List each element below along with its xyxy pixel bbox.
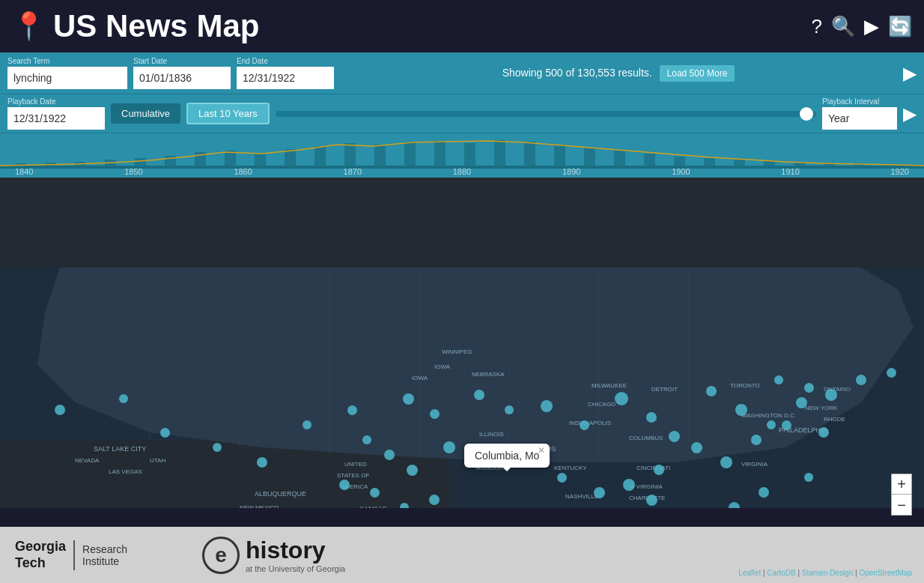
map-dot[interactable] xyxy=(774,375,783,384)
end-date-input[interactable] xyxy=(237,67,334,89)
map-dot[interactable] xyxy=(796,397,807,408)
help-icon[interactable]: ? xyxy=(812,15,822,38)
e-letter: e xyxy=(215,543,227,567)
stamen-link[interactable]: Stamen Design xyxy=(802,569,853,577)
map-dot[interactable] xyxy=(615,392,628,405)
popup-close-button[interactable]: ✕ xyxy=(538,445,545,456)
map-dot[interactable] xyxy=(400,503,409,508)
map-dot[interactable] xyxy=(735,404,747,416)
map-dot[interactable] xyxy=(119,394,128,403)
osm-link[interactable]: OpenStreetMap xyxy=(859,569,912,577)
map-dot[interactable] xyxy=(557,473,567,483)
map-dot[interactable] xyxy=(362,435,371,444)
map-dot[interactable] xyxy=(706,386,717,396)
map-dot[interactable] xyxy=(580,420,589,430)
map-dot[interactable] xyxy=(825,389,837,401)
map-dot[interactable] xyxy=(443,441,455,453)
playback-date-label: Playback Date xyxy=(7,97,105,106)
timeline-slider[interactable] xyxy=(276,111,816,117)
map-dot[interactable] xyxy=(804,383,814,393)
svg-text:UNITED: UNITED xyxy=(344,461,367,468)
cartodb-link[interactable]: CartoDB xyxy=(767,569,795,577)
map-dot[interactable] xyxy=(782,420,791,430)
map-dot[interactable] xyxy=(407,465,418,476)
gt-text-left: Georgia Tech xyxy=(15,539,66,571)
search-icon[interactable]: 🔍 xyxy=(831,15,855,38)
svg-text:RHODE: RHODE xyxy=(824,416,845,423)
map-dot[interactable] xyxy=(160,428,170,438)
play-icon[interactable]: ▶ xyxy=(864,15,879,38)
next-arrow-icon[interactable]: ▶ xyxy=(903,63,917,84)
timeline-chart[interactable]: 1840 1850 1860 1870 1880 1890 1900 1910 … xyxy=(0,133,924,178)
map-dot[interactable] xyxy=(213,443,222,452)
map-dot[interactable] xyxy=(384,450,395,460)
svg-text:ALBUQUERQUE: ALBUQUERQUE xyxy=(255,490,306,498)
map-dot[interactable] xyxy=(729,502,740,509)
map-dot[interactable] xyxy=(429,495,440,505)
svg-text:WASHINGTON D.C.: WASHINGTON D.C. xyxy=(741,412,796,419)
map-container[interactable]: SAN FRANCISCO CALIFORNIA LAS VEGAS LOS A… xyxy=(0,178,924,508)
svg-text:NEBRASKA: NEBRASKA xyxy=(472,371,505,378)
last10-button[interactable]: Last 10 Years xyxy=(186,103,270,124)
cumulative-button[interactable]: Cumulative xyxy=(111,103,180,124)
svg-rect-20 xyxy=(584,148,595,166)
svg-text:SALT LAKE CITY: SALT LAKE CITY xyxy=(94,445,146,453)
popup-location: Columbia, Mo xyxy=(475,450,539,462)
svg-rect-6 xyxy=(165,156,176,166)
map-zoom-controls: + − xyxy=(891,474,912,516)
ehistory-logo: e history at the University of Georgia xyxy=(202,537,345,574)
zoom-in-button[interactable]: + xyxy=(891,474,912,495)
svg-text:UTAH: UTAH xyxy=(150,457,165,464)
map-dot[interactable] xyxy=(347,405,357,415)
start-date-input[interactable] xyxy=(133,67,231,89)
map-dot[interactable] xyxy=(887,368,896,378)
play-button[interactable]: ▶ xyxy=(903,103,917,124)
leaflet-link[interactable]: Leaflet xyxy=(738,569,761,577)
map-dot[interactable] xyxy=(669,431,680,442)
history-text: history xyxy=(246,537,345,564)
timeline-slider-thumb[interactable] xyxy=(800,107,813,121)
map-dot[interactable] xyxy=(646,495,657,506)
end-date-label: End Date xyxy=(237,57,334,65)
map-dot[interactable] xyxy=(654,465,664,475)
map-dot[interactable] xyxy=(594,487,605,498)
map-dot[interactable] xyxy=(370,488,380,498)
map-dot[interactable] xyxy=(403,393,414,405)
svg-text:DETROIT: DETROIT xyxy=(651,386,678,393)
gt-institute: Institute xyxy=(82,555,127,567)
load-more-button[interactable]: Load 500 More xyxy=(660,65,735,82)
year-1840: 1840 xyxy=(15,167,33,176)
map-dot[interactable] xyxy=(804,473,813,482)
map-dot[interactable] xyxy=(751,435,762,445)
svg-text:VIRGINIA: VIRGINIA xyxy=(741,461,768,468)
year-1920: 1920 xyxy=(891,167,909,176)
map-dot[interactable] xyxy=(856,375,866,385)
map-dot[interactable] xyxy=(505,405,514,414)
search-term-input[interactable] xyxy=(7,67,127,89)
zoom-out-button[interactable]: − xyxy=(891,495,912,516)
map-dot[interactable] xyxy=(691,442,702,453)
playback-date-input[interactable] xyxy=(7,107,105,130)
header-icons: ? 🔍 ▶ 🔄 xyxy=(812,15,912,38)
map-dot[interactable] xyxy=(541,400,553,412)
map-dot[interactable] xyxy=(818,427,829,438)
map-dot[interactable] xyxy=(720,456,732,468)
start-date-group: Start Date xyxy=(133,57,231,89)
results-info: Showing 500 of 130,553 results. Load 500… xyxy=(340,65,897,82)
e-circle: e xyxy=(202,537,240,574)
map-dot[interactable] xyxy=(646,412,657,423)
map-dot[interactable] xyxy=(55,405,65,415)
map-dot[interactable] xyxy=(257,457,267,468)
reload-icon[interactable]: 🔄 xyxy=(888,15,912,38)
map-dot[interactable] xyxy=(303,420,311,429)
map-dot[interactable] xyxy=(339,480,350,490)
map-dot[interactable] xyxy=(623,479,635,491)
map-dot[interactable] xyxy=(767,420,776,429)
svg-rect-12 xyxy=(344,143,356,166)
map-dot[interactable] xyxy=(474,390,484,400)
svg-text:NEW MEXICO: NEW MEXICO xyxy=(240,504,279,508)
map-dot[interactable] xyxy=(430,409,440,419)
map-dot[interactable] xyxy=(759,487,769,498)
app-title: US News Map xyxy=(53,8,259,44)
playback-interval-input[interactable] xyxy=(822,107,897,130)
